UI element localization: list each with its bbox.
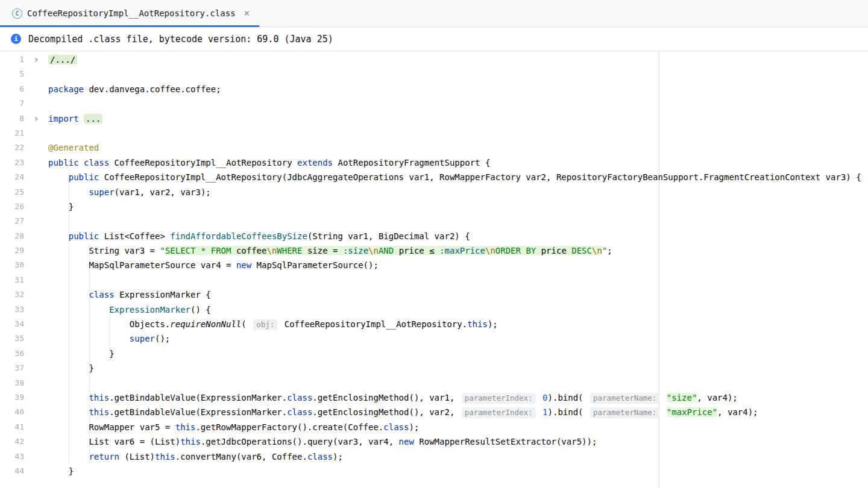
code-line: 24 public CoffeeRepositoryImpl__AotRepos… bbox=[0, 170, 868, 184]
info-icon: i bbox=[11, 34, 21, 44]
line-number: 29 bbox=[0, 243, 24, 258]
editor[interactable]: 1›/.../56package dev.danvega.coffee.coff… bbox=[0, 51, 868, 488]
code-line: 8›import ... bbox=[0, 111, 868, 126]
code-line: 40 this.getBindableValue(ExpressionMarke… bbox=[0, 405, 868, 419]
code-area: 1›/.../56package dev.danvega.coffee.coff… bbox=[0, 52, 868, 478]
code-line: 27 bbox=[0, 214, 868, 228]
line-number: 33 bbox=[0, 302, 24, 317]
code-line: 32 class ExpressionMarker { bbox=[0, 287, 868, 302]
line-number: 5 bbox=[0, 67, 24, 81]
code-line: 6package dev.danvega.coffee.coffee; bbox=[0, 82, 868, 96]
java-class-icon: C bbox=[12, 8, 22, 19]
line-number: 38 bbox=[0, 376, 24, 390]
code-line: 26 } bbox=[0, 199, 868, 214]
close-icon[interactable]: × bbox=[244, 8, 250, 18]
code-line: 38 bbox=[0, 376, 868, 390]
code-line: 39 this.getBindableValue(ExpressionMarke… bbox=[0, 390, 868, 405]
code-line: 28 public List<Coffee> findAffordableCof… bbox=[0, 229, 868, 243]
tab-title: CoffeeRepositoryImpl__AotRepository.clas… bbox=[27, 8, 236, 18]
line-number: 22 bbox=[0, 140, 24, 155]
line-number: 37 bbox=[0, 361, 24, 375]
line-number: 40 bbox=[0, 405, 24, 419]
line-number: 44 bbox=[0, 464, 24, 478]
code-line: 22@Generated bbox=[0, 140, 868, 155]
code-line: 42 List var6 = (List)this.getJdbcOperati… bbox=[0, 434, 868, 449]
line-number: 32 bbox=[0, 287, 24, 302]
line-number: 27 bbox=[0, 214, 24, 228]
code-line: 23public class CoffeeRepositoryImpl__Aot… bbox=[0, 155, 868, 170]
code-line: 43 return (List)this.convertMany(var6, C… bbox=[0, 449, 868, 464]
line-number: 8 bbox=[0, 111, 24, 126]
line-number: 21 bbox=[0, 126, 24, 140]
code-line: 41 RowMapper var5 = this.getRowMapperFac… bbox=[0, 420, 868, 434]
fold-arrow-icon[interactable]: › bbox=[24, 111, 48, 126]
line-number: 25 bbox=[0, 185, 24, 199]
code-line: 29 String var3 = "SELECT * FROM coffee\n… bbox=[0, 243, 868, 258]
line-number: 43 bbox=[0, 449, 24, 464]
line-number: 26 bbox=[0, 199, 24, 214]
code-line: 34 Objects.requireNonNull( obj: CoffeeRe… bbox=[0, 317, 868, 331]
line-number: 42 bbox=[0, 434, 24, 449]
banner-text: Decompiled .class file, bytecode version… bbox=[28, 34, 333, 45]
code-line: 30 MapSqlParameterSource var4 = new MapS… bbox=[0, 258, 868, 272]
line-number: 7 bbox=[0, 96, 24, 111]
line-number: 34 bbox=[0, 317, 24, 331]
line-number: 31 bbox=[0, 273, 24, 287]
line-number: 39 bbox=[0, 390, 24, 405]
code-line: 21 bbox=[0, 126, 868, 140]
tab-coffee-repository-class[interactable]: C CoffeeRepositoryImpl__AotRepository.cl… bbox=[0, 0, 259, 27]
code-line: 44 } bbox=[0, 464, 868, 478]
active-tab-underline bbox=[0, 25, 259, 27]
code-line: 7 bbox=[0, 96, 868, 111]
code-line: 31 bbox=[0, 273, 868, 287]
editor-tab-bar: C CoffeeRepositoryImpl__AotRepository.cl… bbox=[0, 0, 868, 27]
line-number: 36 bbox=[0, 346, 24, 361]
code-line: 33 ExpressionMarker() { bbox=[0, 302, 868, 317]
fold-arrow-icon[interactable]: › bbox=[24, 52, 48, 67]
line-number: 28 bbox=[0, 229, 24, 243]
code-line: 37 } bbox=[0, 361, 868, 375]
line-number: 24 bbox=[0, 170, 24, 184]
line-number: 35 bbox=[0, 331, 24, 346]
line-number: 23 bbox=[0, 155, 24, 170]
code-line: 5 bbox=[0, 67, 868, 81]
decompiler-notification-banner: i Decompiled .class file, bytecode versi… bbox=[0, 27, 868, 51]
code-line: 35 super(); bbox=[0, 331, 868, 346]
code-line: 1›/.../ bbox=[0, 52, 868, 67]
line-number: 6 bbox=[0, 82, 24, 96]
line-number: 30 bbox=[0, 258, 24, 272]
code-line: 36 } bbox=[0, 346, 868, 361]
line-number: 41 bbox=[0, 420, 24, 434]
line-number: 1 bbox=[0, 52, 24, 67]
code-line: 25 super(var1, var2, var3); bbox=[0, 185, 868, 199]
